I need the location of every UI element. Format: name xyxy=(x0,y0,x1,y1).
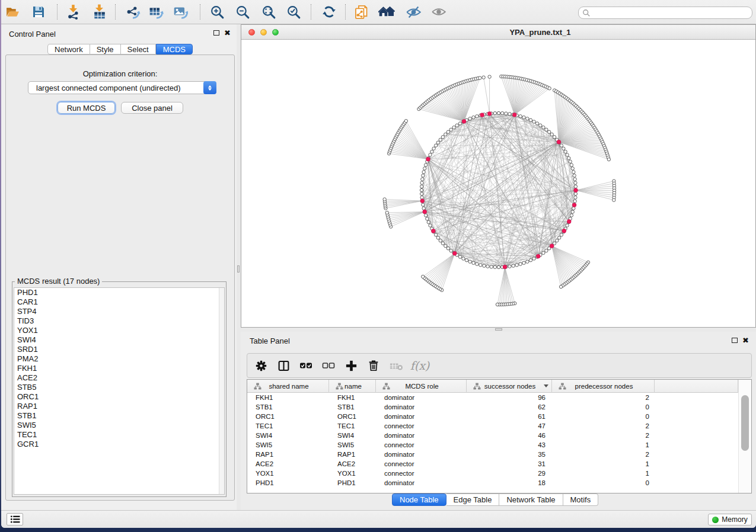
graph-node[interactable] xyxy=(455,124,458,127)
graph-hub-node[interactable] xyxy=(557,140,561,144)
graph-node[interactable] xyxy=(553,136,556,139)
result-node[interactable]: PHD1 xyxy=(14,288,224,297)
graph-node[interactable] xyxy=(422,171,425,174)
export-image-button[interactable] xyxy=(172,4,189,20)
graph-node[interactable] xyxy=(458,122,461,125)
table-settings-button[interactable] xyxy=(252,360,270,372)
graph-node[interactable] xyxy=(420,188,423,191)
graph-node[interactable] xyxy=(532,120,535,123)
result-node[interactable]: STB1 xyxy=(14,411,224,421)
graph-leaf-node[interactable] xyxy=(613,198,615,201)
graph-node[interactable] xyxy=(566,224,569,227)
graph-node[interactable] xyxy=(508,265,511,268)
graph-node[interactable] xyxy=(574,181,577,184)
table-row[interactable]: SWI4SWI4dominator462 xyxy=(247,431,738,440)
graph-node[interactable] xyxy=(476,262,479,265)
refresh-button[interactable] xyxy=(321,4,337,20)
graph-node[interactable] xyxy=(542,251,545,254)
graph-node[interactable] xyxy=(472,116,475,118)
graph-node[interactable] xyxy=(529,118,532,121)
tab-style[interactable]: Style xyxy=(90,44,121,55)
graph-node[interactable] xyxy=(564,150,567,153)
graph-hub-node[interactable] xyxy=(503,265,507,269)
result-node[interactable]: STB5 xyxy=(14,383,224,392)
graph-node[interactable] xyxy=(567,156,570,159)
horizontal-splitter[interactable] xyxy=(241,328,756,332)
graph-node[interactable] xyxy=(574,192,577,195)
import-table-button[interactable] xyxy=(91,4,108,20)
graph-leaf-node[interactable] xyxy=(488,75,491,78)
graph-hub-node[interactable] xyxy=(426,157,430,161)
graph-node[interactable] xyxy=(573,200,576,203)
column-header-predecessor-nodes[interactable]: predecessor nodes xyxy=(552,380,655,393)
graph-leaf-node[interactable] xyxy=(607,158,610,161)
graph-node[interactable] xyxy=(483,264,486,267)
graph-node[interactable] xyxy=(573,174,576,177)
graph-hub-node[interactable] xyxy=(480,113,484,117)
graph-node[interactable] xyxy=(434,144,437,147)
graph-leaf-node[interactable] xyxy=(548,86,551,89)
graph-node[interactable] xyxy=(479,264,482,267)
graph-node[interactable] xyxy=(420,196,423,199)
graph-hub-node[interactable] xyxy=(562,229,566,233)
graph-node[interactable] xyxy=(462,257,465,260)
criterion-select[interactable]: largest connected component (undirected) xyxy=(28,81,216,94)
graph-node[interactable] xyxy=(434,233,437,236)
graph-node[interactable] xyxy=(519,262,522,265)
graph-leaf-node[interactable] xyxy=(496,303,499,306)
graph-node[interactable] xyxy=(522,116,525,118)
deselect-all-button[interactable] xyxy=(320,358,337,373)
graph-leaf-node[interactable] xyxy=(383,198,386,201)
memory-button[interactable]: Memory xyxy=(708,514,752,525)
graph-node[interactable] xyxy=(427,220,430,223)
result-node[interactable]: TID3 xyxy=(14,316,224,326)
network-window-titlebar[interactable]: YPA_prune.txt_1 xyxy=(241,25,755,40)
graph-node[interactable] xyxy=(547,130,550,133)
tab-edge-table[interactable]: Edge Table xyxy=(446,493,500,506)
graph-node[interactable] xyxy=(449,128,452,131)
graph-node[interactable] xyxy=(571,210,574,213)
graph-node[interactable] xyxy=(573,178,576,181)
graph-node[interactable] xyxy=(560,144,563,147)
graph-node[interactable] xyxy=(497,265,500,268)
column-header-successor-nodes[interactable]: successor nodes xyxy=(467,380,552,393)
graph-node[interactable] xyxy=(562,147,565,150)
column-header-MCDS-role[interactable]: MCDS role xyxy=(376,380,467,393)
table-row[interactable]: FKH1FKH1dominator962 xyxy=(247,393,738,402)
graph-node[interactable] xyxy=(497,111,500,114)
graph-node[interactable] xyxy=(574,185,577,188)
splitter-handle[interactable] xyxy=(237,265,240,273)
table-row[interactable]: RAP1RAP1dominator352 xyxy=(247,450,738,459)
close-panel-icon[interactable]: ✖ xyxy=(224,30,231,36)
result-node[interactable]: RAP1 xyxy=(14,402,224,411)
result-node[interactable]: TEC1 xyxy=(14,430,224,440)
graph-hub-node[interactable] xyxy=(574,188,578,193)
table-scrollbar[interactable] xyxy=(738,380,751,493)
graph-node[interactable] xyxy=(468,117,471,120)
graph-node[interactable] xyxy=(493,265,496,268)
graph-node[interactable] xyxy=(468,260,471,263)
graph-node[interactable] xyxy=(426,217,429,220)
table-row[interactable]: ACE2ACE2connector311 xyxy=(247,459,738,469)
graph-node[interactable] xyxy=(458,255,461,258)
graph-node[interactable] xyxy=(420,192,423,195)
graph-node[interactable] xyxy=(570,164,573,166)
graph-node[interactable] xyxy=(550,133,553,136)
graph-leaf-node[interactable] xyxy=(559,285,562,288)
export-network-button[interactable] xyxy=(125,4,141,20)
graph-node[interactable] xyxy=(422,207,425,210)
graph-node[interactable] xyxy=(424,214,427,217)
graph-node[interactable] xyxy=(532,257,535,260)
tab-node-table[interactable]: Node Table xyxy=(392,493,446,506)
graph-hub-node[interactable] xyxy=(420,199,425,203)
result-node[interactable]: ACE2 xyxy=(14,373,224,383)
graph-hub-node[interactable] xyxy=(462,119,466,123)
result-node[interactable]: SWI4 xyxy=(14,335,224,345)
graph-node[interactable] xyxy=(476,115,479,118)
zoom-out-button[interactable] xyxy=(234,4,251,20)
graph-node[interactable] xyxy=(500,111,503,114)
graph-node[interactable] xyxy=(490,265,493,268)
graph-node[interactable] xyxy=(423,167,426,170)
float-panel-icon[interactable] xyxy=(732,338,738,343)
graph-node[interactable] xyxy=(465,259,468,262)
